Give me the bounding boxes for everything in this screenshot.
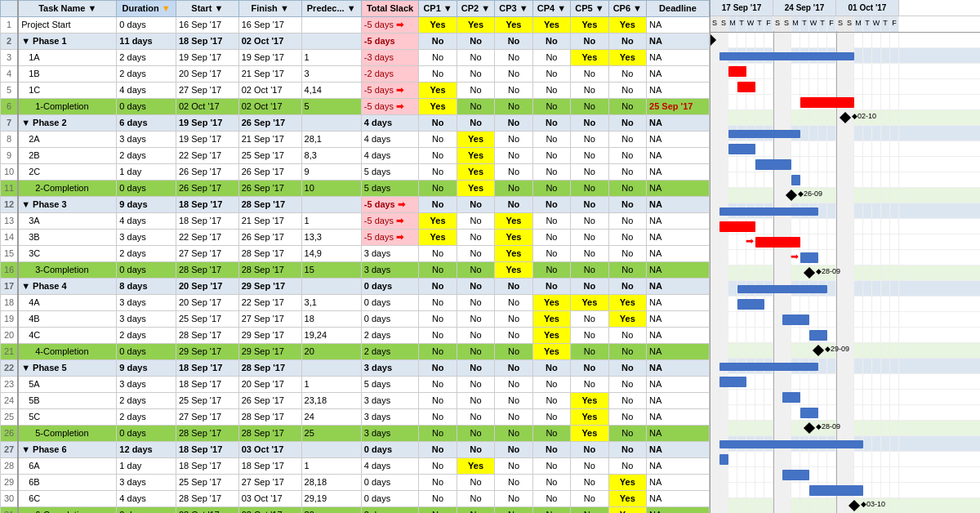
cp3-value: No [495,115,532,132]
slack-header[interactable]: Total Slack [361,1,419,17]
cp4-value: No [532,377,570,393]
cp5-value: No [571,344,608,360]
cp3-value: No [495,458,532,475]
row-number: 26 [1,426,19,442]
cp3-value: No [495,360,532,377]
cp4-value: No [532,230,570,246]
cp6-value: No [608,246,646,262]
row-number: 31 [1,507,19,514]
finish-date: 02 Oct '17 [238,33,301,50]
gantt-header: 17 Sep '17 24 Sep '17 01 Oct '17 SSMTWTF… [710,0,980,33]
finish-date: 21 Sep '17 [238,66,301,83]
cp1-value: No [419,66,457,83]
gantt-bar [737,285,827,293]
duration: 3 days [117,230,176,246]
table-row: 163-Completion0 days28 Sep '1728 Sep '17… [1,262,710,279]
cp2-value: Yes [457,164,494,181]
predecessors: 4,14 [301,83,361,99]
deadline-header[interactable]: Deadline [647,1,710,17]
cp6-value: No [608,115,646,132]
cp5-header[interactable]: CP5 ▼ [571,1,608,17]
deadline: NA [647,442,710,458]
cp3-value: No [495,328,532,344]
table-row: 31A2 days19 Sep '1719 Sep '171-3 daysNoN… [1,50,710,66]
deadline: NA [647,507,710,514]
cp4-value: No [532,409,570,426]
cp3-header[interactable]: CP3 ▼ [495,1,532,17]
cp6-value: Yes [608,507,646,514]
finish-header[interactable]: Finish ▼ [238,1,301,17]
cp1-value: No [419,50,457,66]
finish-date: 03 Oct '17 [238,507,301,514]
dependency-arrow: ➡ [791,251,799,262]
gantt-bar [800,252,818,263]
predecessors: 13,3 [301,230,361,246]
cp4-value: Yes [532,17,570,33]
total-slack: 3 days [361,246,419,262]
row-number: 7 [1,115,19,132]
gantt-day-10: T [800,16,809,32]
milestone-label: ◆02-10 [852,112,876,120]
phase-right-arrow [848,52,854,60]
row-number: 19 [1,311,19,328]
total-slack: 3 days [361,262,419,279]
cp3-value: No [495,279,532,295]
cp6-value: No [608,360,646,377]
duration: 0 days [117,507,176,514]
table-row: 22▼Phase 59 days18 Sep '1728 Sep '173 da… [1,360,710,377]
gantt-day-11: W [809,16,818,32]
start-header[interactable]: Start ▼ [176,1,238,17]
start-date: 16 Sep '17 [176,17,238,33]
task-name: 5-Completion [18,426,117,442]
total-slack: -5 days ➡ [361,99,419,115]
table-row: 194B3 days25 Sep '1727 Sep '17180 daysNo… [1,311,710,328]
pred-header[interactable]: Predec... ▼ [301,1,361,17]
cp3-value: No [495,148,532,164]
finish-date: 29 Sep '17 [238,344,301,360]
cp3-value: No [495,442,532,458]
cp3-value: No [495,377,532,393]
finish-date: 19 Sep '17 [238,50,301,66]
task-name: 1A [18,50,117,66]
duration: 8 days [117,279,176,295]
cp4-value: No [532,99,570,115]
cp2-header[interactable]: CP2 ▼ [457,1,494,17]
finish-date: 25 Sep '17 [238,148,301,164]
gantt-day-19: T [881,16,890,32]
task-name: 2A [18,132,117,148]
gantt-day-7: S [773,16,782,32]
total-slack: 2 days [361,344,419,360]
cp5-value: No [571,213,608,230]
start-date: 27 Sep '17 [176,246,238,262]
table-row: 2▼Phase 111 days18 Sep '1702 Oct '17-5 d… [1,33,710,50]
predecessors: 19,24 [301,328,361,344]
start-date: 25 Sep '17 [176,393,238,409]
predecessors: 10 [301,181,361,197]
gantt-row [710,48,980,64]
gantt-day-5: T [755,16,764,32]
gantt-bar [791,175,800,185]
cp1-value: No [419,132,457,148]
table-row: 184A3 days20 Sep '1722 Sep '173,10 daysN… [1,295,710,311]
gantt-row: ◆02-10 [710,110,980,126]
duration-header[interactable]: Duration ▼ [117,1,176,17]
table-row: 41B2 days20 Sep '1721 Sep '173-2 daysNoN… [1,66,710,83]
row-number: 16 [1,262,19,279]
cp2-value: No [457,33,494,50]
cp1-value: No [419,426,457,442]
deadline: NA [647,409,710,426]
cp4-header[interactable]: CP4 ▼ [532,1,570,17]
task-header[interactable]: Task Name ▼ [18,1,117,17]
gantt-row [710,64,980,79]
task-name: 6B [18,475,117,491]
cp1-header[interactable]: CP1 ▼ [419,1,457,17]
predecessors [301,360,361,377]
cp1-value: No [419,311,457,328]
cp2-value: No [457,344,494,360]
cp6-header[interactable]: CP6 ▼ [608,1,646,17]
deadline: NA [647,213,710,230]
gantt-day-1: S [719,16,728,32]
table-row: 92B2 days22 Sep '1725 Sep '178,34 daysNo… [1,148,710,164]
duration: 1 day [117,164,176,181]
cp5-value: Yes [571,393,608,409]
